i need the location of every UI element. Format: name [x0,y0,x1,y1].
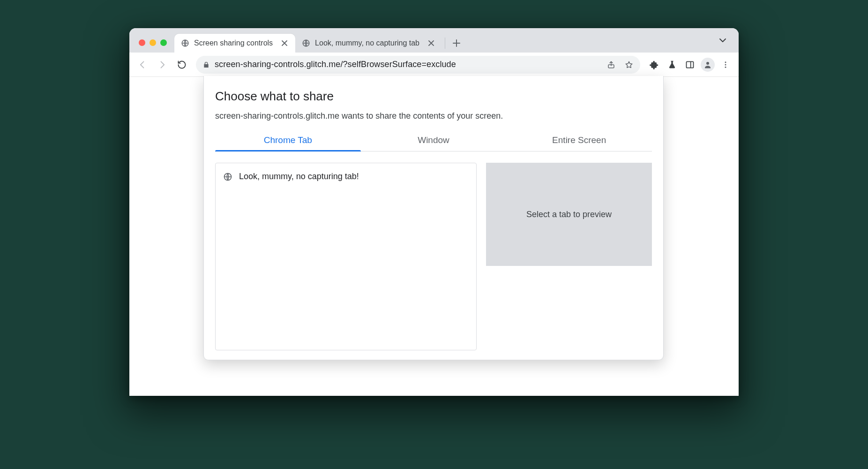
svg-point-6 [725,64,726,65]
tab-title: Look, mummy, no capturing tab [315,39,419,47]
picker-body: Look, mummy, no capturing tab! Select a … [215,163,652,350]
page-content: Choose what to share screen-sharing-cont… [129,77,739,396]
tab-strip: Screen sharing controls Look, mummy, no … [129,28,739,53]
globe-icon [181,39,189,47]
picker-title: Choose what to share [215,89,652,104]
tab-list-item-title: Look, mummy, no capturing tab! [239,172,359,182]
tab-list-item[interactable]: Look, mummy, no capturing tab! [223,170,469,183]
profile-avatar[interactable] [699,56,716,73]
svg-point-4 [706,62,709,65]
flask-icon[interactable] [664,56,681,73]
browser-tab-active[interactable]: Screen sharing controls [174,34,295,53]
bookmark-star-icon[interactable] [622,58,636,71]
minimize-window-button[interactable] [150,39,156,46]
chrome-menu-icon[interactable] [717,56,734,73]
side-panel-icon[interactable] [681,56,698,73]
picker-subtitle: screen-sharing-controls.glitch.me wants … [215,111,652,121]
preview-placeholder: Select a tab to preview [526,210,612,219]
close-tab-icon[interactable] [427,39,435,47]
screen-share-picker: Choose what to share screen-sharing-cont… [203,76,664,360]
tabs-row: Screen sharing controls Look, mummy, no … [174,34,466,53]
forward-button[interactable] [154,56,171,73]
share-icon[interactable] [605,58,618,71]
preview-pane: Select a tab to preview [486,163,652,266]
browser-window: Screen sharing controls Look, mummy, no … [129,28,739,396]
svg-point-5 [725,61,726,63]
tab-list: Look, mummy, no capturing tab! [215,163,477,350]
extensions-icon[interactable] [646,56,663,73]
tab-title: Screen sharing controls [194,39,273,47]
picker-tab-window[interactable]: Window [361,130,507,151]
svg-point-7 [725,66,726,68]
tab-search-dropdown[interactable] [716,34,729,47]
address-bar[interactable]: screen-sharing-controls.glitch.me/?selfB… [196,56,640,74]
globe-icon [223,172,232,182]
url-text: screen-sharing-controls.glitch.me/?selfB… [215,60,600,69]
svg-rect-3 [687,61,694,68]
window-controls [139,39,167,46]
toolbar: screen-sharing-controls.glitch.me/?selfB… [129,53,739,77]
picker-tab-screen[interactable]: Entire Screen [506,130,652,151]
new-tab-button[interactable] [449,36,464,51]
back-button[interactable] [134,56,151,73]
globe-icon [302,39,310,47]
lock-icon [202,61,210,68]
picker-tabs: Chrome Tab Window Entire Screen [215,130,652,151]
toolbar-right [646,56,734,73]
browser-tab-inactive[interactable]: Look, mummy, no capturing tab [295,34,442,53]
close-tab-icon[interactable] [280,39,289,47]
tab-divider [445,38,445,49]
reload-button[interactable] [173,56,190,73]
fullscreen-window-button[interactable] [160,39,167,46]
picker-tab-chrome[interactable]: Chrome Tab [215,130,361,151]
close-window-button[interactable] [139,39,145,46]
